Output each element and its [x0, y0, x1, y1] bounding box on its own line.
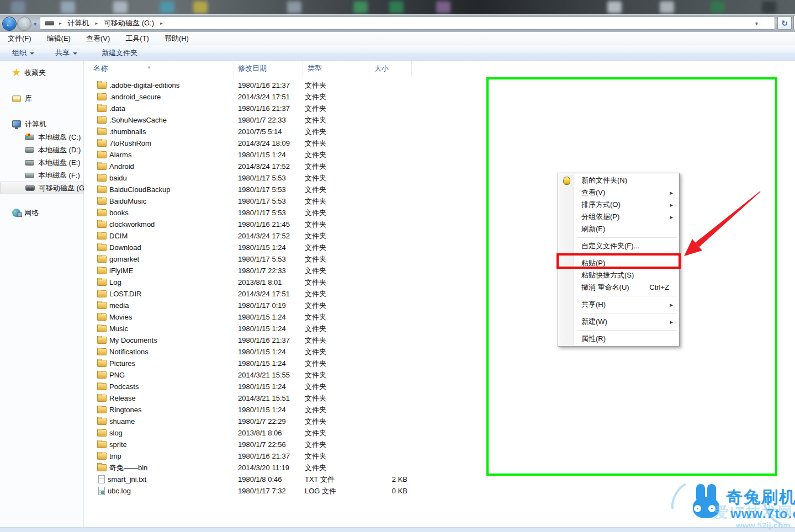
context-menu-item[interactable]: 排序方式(O)	[559, 199, 678, 211]
menubar-item[interactable]: 编辑(E)	[39, 32, 78, 45]
sidebar-item-network[interactable]: 网络	[0, 207, 84, 219]
sidebar-item-libraries[interactable]: 库	[0, 93, 84, 104]
sidebar-item-drive[interactable]: 本地磁盘 (F:)	[0, 169, 84, 182]
file-date: 2014/3/24 17:52	[234, 232, 303, 240]
file-row[interactable]: Movies 1980/1/15 1:24 文件夹	[84, 311, 438, 323]
menubar-item[interactable]: 工具(T)	[118, 32, 157, 45]
file-date: 1980/1/16 21:37	[234, 81, 303, 89]
file-type: 文件夹	[303, 347, 369, 357]
file-name: smart_jni.txt	[108, 475, 146, 483]
file-row[interactable]: Android 2014/3/24 17:52 文件夹	[84, 161, 438, 172]
column-header-type[interactable]: 类型	[303, 61, 369, 77]
context-menu-item[interactable]: 属性(R)	[559, 333, 678, 345]
file-row[interactable]: My Documents 1980/1/16 21:37 文件夹	[84, 334, 438, 346]
file-type: 文件夹	[303, 127, 369, 137]
context-menu-item[interactable]: 撤消 重命名(U) Ctrl+Z	[559, 281, 678, 294]
context-menu-item[interactable]: 共享(H)	[559, 299, 678, 311]
context-menu-item[interactable]: 查看(V)	[559, 187, 678, 199]
file-name: Alarms	[109, 151, 131, 159]
file-row[interactable]: iFlyIME 1980/1/7 22:33 文件夹	[84, 265, 438, 276]
file-row[interactable]: clockworkmod 1980/1/16 21:45 文件夹	[84, 219, 438, 230]
breadcrumb-arrow-icon[interactable]: ▸	[155, 20, 168, 26]
sidebar-item-drive[interactable]: 本地磁盘 (D:)	[0, 143, 84, 156]
sidebar-item-computer[interactable]: 计算机	[0, 118, 84, 130]
sidebar-item-favorites[interactable]: 收藏夹	[0, 67, 84, 78]
drive-icon	[25, 160, 34, 166]
file-row[interactable]: .thumbnails 2010/7/5 5:14 文件夹	[84, 126, 438, 137]
file-row[interactable]: Pictures 1980/1/15 1:24 文件夹	[84, 358, 438, 369]
menubar-item[interactable]: 帮助(H)	[157, 32, 197, 45]
file-row[interactable]: tmp 1980/1/16 21:37 文件夹	[84, 450, 438, 462]
sidebar-label: 本地磁盘 (E:)	[38, 158, 81, 168]
file-row[interactable]: .SohuNewsCache 1980/1/7 22:33 文件夹	[84, 114, 438, 126]
column-label: 大小	[374, 64, 389, 72]
file-row[interactable]: 奇兔——bin 2014/3/20 11:19 文件夹	[84, 462, 438, 474]
column-label: 修改日期	[238, 64, 267, 72]
file-row[interactable]: LOST.DIR 2014/3/24 17:51 文件夹	[84, 288, 438, 300]
file-row[interactable]: BaiduMusic 1980/1/17 5:53 文件夹	[84, 195, 438, 207]
file-row[interactable]: .data 1980/1/16 21:37 文件夹	[84, 103, 438, 114]
file-row[interactable]: Release 2014/3/21 15:51 文件夹	[84, 392, 438, 404]
context-menu-item[interactable]: 粘贴快捷方式(S)	[559, 269, 678, 281]
file-row[interactable]: Podcasts 1980/1/15 1:24 文件夹	[84, 381, 438, 392]
file-row[interactable]: PNG 2014/3/21 15:55 文件夹	[84, 369, 438, 381]
menubar-item[interactable]: 文件(F)	[0, 32, 39, 45]
drives-list: 本地磁盘 (C:) 本地磁盘 (D:) 本地磁盘 (E:) 本地磁盘 (F:)	[0, 131, 84, 194]
refresh-button[interactable]: ↻	[777, 17, 792, 30]
address-bar[interactable]: ▸ 计算机 ▸ 可移动磁盘 (G:) ▸ ▼	[40, 17, 775, 30]
breadcrumb-item[interactable]: 可移动磁盘 (G:)	[103, 18, 155, 28]
file-date: 2014/3/21 15:51	[234, 394, 303, 402]
column-header-date[interactable]: 修改日期	[234, 61, 303, 77]
file-row[interactable]: Ringtones 1980/1/15 1:24 文件夹	[84, 404, 438, 416]
column-header-size[interactable]: 大小	[369, 61, 412, 77]
menubar-item[interactable]: 查看(V)	[78, 32, 118, 45]
context-menu-item[interactable]: 分组依据(P)	[559, 211, 678, 223]
file-row[interactable]: Log 2013/8/1 8:01 文件夹	[84, 276, 438, 288]
file-row[interactable]: shuame 1980/1/7 22:29 文件夹	[84, 416, 438, 427]
file-row[interactable]: .adobe-digital-editions 1980/1/16 21:37 …	[84, 79, 438, 91]
menu-item-label: 撤消 重命名(U)	[581, 283, 629, 291]
sidebar-item-drive[interactable]: 可移动磁盘 (G:)	[0, 182, 84, 194]
file-row[interactable]: media 1980/1/17 0:19 文件夹	[84, 300, 438, 311]
context-menu-item[interactable]: 刷新(E)	[559, 223, 678, 235]
file-row[interactable]: DCIM 2014/3/24 17:52 文件夹	[84, 230, 438, 242]
new-folder-button[interactable]: 新建文件夹	[96, 46, 143, 60]
forward-button[interactable]	[17, 17, 31, 31]
watermark: 爱IT技术网 奇兔刷机 www.7to.cn www.52ij.com	[671, 483, 795, 530]
file-row[interactable]: BaiduCloudBackup 1980/1/17 5:53 文件夹	[84, 184, 438, 195]
file-row[interactable]: Notifications 1980/1/15 1:24 文件夹	[84, 346, 438, 358]
file-row[interactable]: Alarms 1980/1/15 1:24 文件夹	[84, 149, 438, 161]
file-row[interactable]: gomarket 1980/1/17 5:53 文件夹	[84, 253, 438, 265]
watermark-overlay-url: www.52ij.com	[736, 520, 791, 530]
sidebar-item-drive[interactable]: 本地磁盘 (C:)	[0, 131, 84, 143]
context-menu-item[interactable]: 自定义文件夹(F)...	[559, 240, 678, 252]
context-menu-item[interactable]: 新建(W)	[559, 316, 678, 328]
file-type-icon	[97, 383, 107, 390]
breadcrumb-arrow-icon[interactable]: ▸	[91, 20, 103, 26]
file-name: Music	[109, 324, 128, 333]
column-header-name[interactable]: 名称 ▲	[84, 61, 234, 77]
file-row[interactable]: baidu 1980/1/17 5:53 文件夹	[84, 172, 438, 184]
sidebar-item-drive[interactable]: 本地磁盘 (E:)	[0, 156, 84, 169]
file-type-icon	[97, 221, 107, 228]
file-row[interactable]: sprite 1980/1/7 22:56 文件夹	[84, 439, 438, 450]
file-row[interactable]: Download 1980/1/15 1:24 文件夹	[84, 242, 438, 253]
back-button[interactable]	[2, 17, 17, 31]
file-type: 文件夹	[303, 336, 369, 345]
address-dropdown-icon[interactable]: ▼	[754, 21, 759, 26]
file-row[interactable]: slog 2013/8/1 8:06 文件夹	[84, 427, 438, 439]
menu-item-label: 新的文件夹(N)	[581, 176, 627, 184]
organize-button[interactable]: 组织	[7, 46, 40, 60]
file-row[interactable]: 7toRushRom 2014/3/24 18:09 文件夹	[84, 137, 438, 149]
share-button[interactable]: 共享	[50, 46, 83, 60]
breadcrumb-item[interactable]: 计算机	[67, 18, 91, 28]
file-row[interactable]: smart_jni.txt 1980/1/8 0:46 TXT 文件 2 KB	[84, 474, 438, 485]
file-row[interactable]: .android_secure 2014/3/24 17:51 文件夹	[84, 91, 438, 103]
file-row[interactable]: Music 1980/1/15 1:24 文件夹	[84, 323, 438, 334]
file-row[interactable]: ubc.log 1980/1/17 7:32 LOG 文件 0 KB	[84, 485, 438, 497]
breadcrumb-arrow-icon[interactable]: ▸	[54, 20, 67, 26]
file-date: 1980/1/17 5:53	[234, 209, 303, 217]
recent-pages-chevron-icon[interactable]: ▼	[33, 22, 38, 27]
context-menu-item[interactable]: 新的文件夹(N)	[559, 174, 678, 187]
file-row[interactable]: books 1980/1/17 5:53 文件夹	[84, 207, 438, 219]
